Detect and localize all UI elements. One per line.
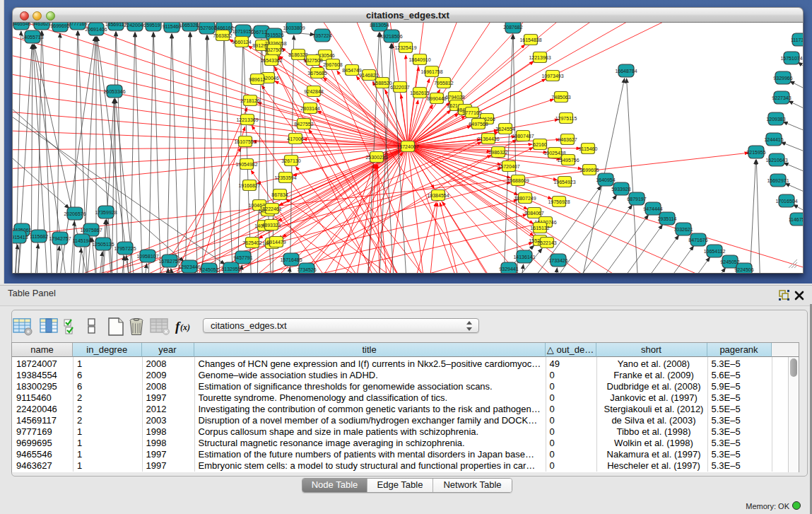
svg-text:1244415: 1244415 [764, 137, 783, 142]
svg-text:9115460: 9115460 [579, 146, 598, 151]
svg-text:7663822: 7663822 [213, 33, 232, 38]
svg-text:19654923: 19654923 [553, 180, 575, 185]
svg-text:2522143: 2522143 [537, 240, 556, 245]
svg-text:18640910: 18640910 [408, 57, 430, 62]
svg-text:1615132: 1615132 [530, 226, 549, 230]
svg-text:17942757: 17942757 [49, 236, 71, 241]
svg-text:16648784: 16648784 [615, 69, 637, 74]
svg-text:3624554: 3624554 [495, 127, 514, 132]
svg-text:3327506: 3327506 [264, 47, 283, 52]
svg-text:6466160: 6466160 [214, 25, 233, 30]
svg-text:10958107: 10958107 [136, 254, 158, 259]
svg-text:2087682: 2087682 [503, 25, 522, 30]
svg-text:2718126: 2718126 [240, 98, 259, 103]
svg-text:21364436: 21364436 [477, 136, 499, 141]
svg-text:9463627: 9463627 [558, 137, 577, 142]
svg-text:15716485: 15716485 [280, 257, 302, 262]
svg-text:9660124: 9660124 [232, 40, 251, 45]
svg-text:19218506: 19218506 [380, 34, 402, 39]
svg-text:1117345: 1117345 [791, 37, 803, 42]
svg-text:417006: 417006 [287, 136, 303, 141]
svg-text:19054982: 19054982 [235, 162, 257, 167]
svg-text:10807487: 10807487 [512, 134, 534, 139]
svg-text:1115682: 1115682 [30, 234, 48, 239]
svg-text:17957225: 17957225 [114, 246, 136, 251]
svg-text:8813054: 8813054 [370, 23, 389, 28]
svg-text:8186328: 8186328 [288, 52, 307, 57]
svg-text:1146753: 1146753 [789, 217, 803, 222]
svg-text:9777169: 9777169 [68, 23, 87, 26]
svg-text:1733426: 1733426 [548, 258, 567, 263]
svg-text:8990448: 8990448 [427, 96, 446, 101]
svg-text:2803144: 2803144 [300, 106, 319, 111]
svg-text:12505135: 12505135 [92, 242, 114, 247]
svg-text:16107553: 16107553 [234, 139, 256, 144]
svg-text:17359928: 17359928 [95, 210, 117, 215]
svg-text:2967608: 2967608 [323, 62, 342, 67]
svg-text:22420046: 22420046 [124, 23, 146, 28]
svg-text:8222461: 8222461 [262, 206, 281, 211]
svg-text:9327508: 9327508 [303, 58, 322, 63]
svg-text:25300233: 25300233 [365, 155, 387, 160]
svg-text:9146821: 9146821 [359, 73, 378, 78]
svg-text:9242848: 9242848 [304, 89, 323, 94]
svg-text:10688609: 10688609 [507, 178, 529, 183]
svg-text:16782759: 16782759 [158, 259, 180, 264]
svg-text:9224506: 9224506 [734, 267, 753, 272]
svg-text:19756928: 19756928 [548, 199, 570, 204]
svg-text:3675685: 3675685 [307, 71, 326, 76]
svg-text:26053346: 26053346 [103, 89, 125, 94]
svg-text:17016504: 17016504 [775, 199, 797, 204]
svg-text:8471676: 8471676 [688, 238, 707, 243]
svg-text:867834: 867834 [271, 192, 288, 197]
svg-text:6914479: 6914479 [266, 240, 286, 245]
svg-text:9457791: 9457791 [233, 255, 252, 260]
svg-text:9227343: 9227343 [772, 95, 791, 100]
svg-text:10975867: 10975867 [80, 228, 102, 233]
svg-text:8427552: 8427552 [294, 122, 313, 127]
svg-text:10973493: 10973493 [541, 74, 563, 78]
svg-text:9463627: 9463627 [32, 23, 51, 26]
svg-text:6794028: 6794028 [445, 95, 464, 100]
svg-text:12923446: 12923446 [178, 264, 200, 269]
svg-text:8215955: 8215955 [746, 150, 765, 155]
svg-text:3267130: 3267130 [281, 158, 300, 163]
svg-text:6879197: 6879197 [627, 197, 646, 201]
svg-text:12213963: 12213963 [529, 55, 551, 60]
svg-text:3915413: 3915413 [13, 235, 28, 240]
svg-text:62160: 62160 [533, 142, 547, 147]
svg-text:7357224: 7357224 [312, 33, 331, 38]
svg-text:7955812: 7955812 [434, 81, 453, 86]
svg-text:2935114: 2935114 [658, 216, 677, 221]
svg-text:10654112: 10654112 [704, 249, 726, 254]
svg-text:12325419: 12325419 [394, 45, 416, 50]
svg-text:1588520: 1588520 [372, 81, 392, 86]
svg-text:18724007: 18724007 [396, 144, 418, 149]
svg-text:16543362: 16543362 [260, 58, 282, 63]
svg-text:20691406: 20691406 [85, 27, 107, 32]
svg-text:7032621: 7032621 [673, 227, 693, 232]
svg-text:12213369: 12213369 [236, 117, 258, 122]
svg-text:7515526: 7515526 [264, 33, 283, 37]
svg-text:9245052: 9245052 [199, 267, 218, 272]
svg-text:19166827: 19166827 [238, 183, 260, 188]
svg-text:8132955: 8132955 [221, 267, 240, 271]
svg-text:5933928: 5933928 [611, 187, 630, 192]
svg-text:7734526: 7734526 [297, 267, 316, 272]
svg-text:9777169: 9777169 [462, 110, 481, 115]
svg-text:9329441: 9329441 [499, 267, 518, 271]
svg-text:9084067: 9084067 [524, 211, 543, 216]
svg-text:16961758: 16961758 [420, 69, 442, 74]
svg-text:9465546: 9465546 [13, 23, 31, 26]
svg-text:18807249: 18807249 [514, 196, 536, 201]
svg-text:16210643: 16210643 [765, 158, 787, 163]
svg-text:16033809: 16033809 [283, 25, 305, 30]
svg-text:9699695: 9699695 [50, 23, 69, 28]
svg-text:15751074: 15751074 [780, 56, 802, 61]
svg-text:(x): (x) [180, 322, 190, 332]
svg-text:6322037: 6322037 [390, 85, 409, 90]
svg-text:7485063: 7485063 [551, 95, 570, 100]
svg-text:9329966: 9329966 [773, 76, 792, 81]
svg-text:59519: 59519 [146, 23, 160, 28]
svg-text:1209383: 1209383 [766, 117, 785, 122]
